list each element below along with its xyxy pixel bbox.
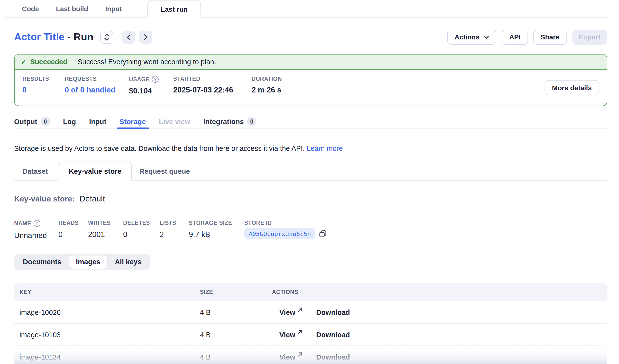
tab-output[interactable]: Output0	[14, 115, 50, 128]
tab-run-input-label: Input	[89, 117, 106, 125]
page-tab-divider	[5, 17, 607, 17]
next-run-button[interactable]	[139, 30, 152, 43]
more-details-label: More details	[552, 84, 592, 91]
store-stats-row: NAME? Unnamed READS 0 WRITES 2001 DELETE…	[14, 220, 607, 240]
duration-value: 2 m 26 s	[252, 86, 282, 94]
share-button-label: Share	[540, 33, 559, 41]
view-link[interactable]: View	[279, 331, 302, 338]
tab-input[interactable]: Input	[105, 5, 122, 13]
learn-more-link[interactable]: Learn more	[307, 144, 343, 152]
check-icon: ✓	[21, 58, 26, 65]
filter-images[interactable]: Images	[69, 255, 108, 269]
store-selector-label: Key-value store:	[14, 195, 75, 203]
more-details-button[interactable]: More details	[545, 80, 599, 95]
reads-value: 0	[58, 230, 88, 239]
tab-storage[interactable]: Storage	[119, 115, 146, 128]
export-button[interactable]: Export	[572, 29, 607, 44]
tab-last-run[interactable]: Last run	[148, 0, 201, 17]
chevron-left-icon	[127, 34, 131, 40]
share-button[interactable]: Share	[533, 29, 567, 44]
view-link-label: View	[279, 331, 295, 338]
header-actions: ACTIONS	[272, 289, 607, 295]
filter-documents[interactable]: Documents	[15, 253, 69, 270]
key-cell: image-10103	[14, 331, 200, 338]
deletes-value: 0	[123, 230, 160, 239]
key-cell: image-10020	[14, 308, 200, 316]
view-link-label: View	[279, 308, 295, 316]
lists-value: 2	[160, 230, 189, 239]
size-cell: 4 B	[200, 353, 272, 361]
name-help-icon[interactable]: ?	[34, 220, 40, 227]
tab-run-input[interactable]: Input	[89, 115, 106, 128]
export-button-label: Export	[579, 33, 601, 41]
reads-label: READS	[58, 220, 88, 226]
storage-size-value: 9.7 kB	[189, 230, 244, 239]
success-banner: ✓ Succeeded Success! Everything went acc…	[14, 55, 607, 70]
store-id-value[interactable]: 405GQcuprxeku6i5n	[244, 228, 315, 239]
writes-value: 2001	[88, 230, 123, 239]
run-tab-bar: Output0 Log Input Storage Live view Inte…	[14, 115, 607, 128]
header-key: KEY	[14, 289, 200, 295]
external-link-icon	[298, 352, 302, 356]
api-button[interactable]: API	[502, 29, 528, 44]
tab-log[interactable]: Log	[63, 115, 76, 128]
store-selector-value[interactable]: Default	[80, 194, 105, 203]
deletes-label: DELETES	[123, 220, 160, 226]
results-label: RESULTS	[22, 76, 65, 82]
actor-run-page: Code Last build Input Last run Actor Tit…	[0, 0, 619, 364]
actor-title-link[interactable]: Actor Title	[14, 31, 64, 42]
store-id-label: STORE ID	[244, 220, 326, 226]
tab-storage-label: Storage	[119, 117, 146, 125]
run-header: Actor Title - Run Actions API Sha	[14, 28, 607, 46]
tab-code[interactable]: Code	[22, 5, 39, 13]
writes-label: WRITES	[88, 220, 123, 226]
previous-run-button[interactable]	[122, 30, 135, 43]
view-link[interactable]: View	[279, 353, 302, 361]
started-label: STARTED	[173, 76, 252, 82]
table-row: image-10103 4 B View Download	[14, 323, 607, 346]
download-link[interactable]: Download	[316, 308, 350, 316]
tab-dataset[interactable]: Dataset	[22, 167, 48, 175]
status-label: Succeeded	[30, 58, 67, 66]
size-cell: 4 B	[200, 308, 272, 316]
download-link[interactable]: Download	[316, 331, 350, 338]
store-selector: Key-value store: Default	[14, 194, 105, 203]
actions-button[interactable]: Actions	[447, 29, 497, 44]
table-row: image-10020 4 B View Download	[14, 301, 607, 323]
view-link[interactable]: View	[279, 308, 302, 316]
lists-label: LISTS	[160, 220, 189, 226]
size-cell: 4 B	[200, 331, 272, 338]
key-filter-segmented-control: Documents Images All keys	[14, 253, 150, 270]
download-link-label: Download	[316, 331, 350, 338]
external-link-icon	[298, 330, 302, 334]
run-stats-row: RESULTS 0 REQUESTS 0 of 0 handled USAGE?…	[14, 70, 607, 106]
tab-request-queue[interactable]: Request queue	[140, 167, 190, 175]
table-row: image-10134 4 B View Download	[14, 346, 607, 364]
download-link-label: Download	[316, 308, 350, 316]
tab-integrations-label: Integrations	[203, 117, 244, 125]
run-selector-button[interactable]	[100, 30, 113, 43]
chevron-right-icon	[143, 34, 148, 40]
results-value[interactable]: 0	[22, 86, 65, 94]
usage-help-icon[interactable]: ?	[152, 76, 159, 83]
requests-value[interactable]: 0 of 0 handled	[65, 86, 129, 94]
usage-label: USAGE	[129, 76, 150, 82]
tab-last-build[interactable]: Last build	[56, 5, 88, 13]
run-title-suffix: - Run	[64, 31, 93, 42]
tab-live-view-label: Live view	[159, 117, 190, 125]
tab-output-label: Output	[14, 117, 37, 125]
output-count-badge: 0	[41, 117, 50, 126]
usage-value: $0.104	[129, 87, 173, 95]
tab-integrations[interactable]: Integrations0	[203, 115, 256, 128]
copy-icon[interactable]	[319, 230, 326, 238]
tab-key-value-store[interactable]: Key-value store	[58, 162, 132, 181]
integrations-count-badge: 0	[247, 117, 256, 126]
status-message: Success! Everything went according to pl…	[78, 58, 216, 66]
run-status-box: ✓ Succeeded Success! Everything went acc…	[14, 54, 607, 106]
actions-button-label: Actions	[454, 33, 479, 41]
download-link[interactable]: Download	[316, 353, 350, 361]
download-link-label: Download	[316, 353, 350, 361]
header-size: SIZE	[200, 289, 272, 295]
filter-all-keys[interactable]: All keys	[108, 253, 149, 270]
requests-label: REQUESTS	[65, 76, 129, 82]
